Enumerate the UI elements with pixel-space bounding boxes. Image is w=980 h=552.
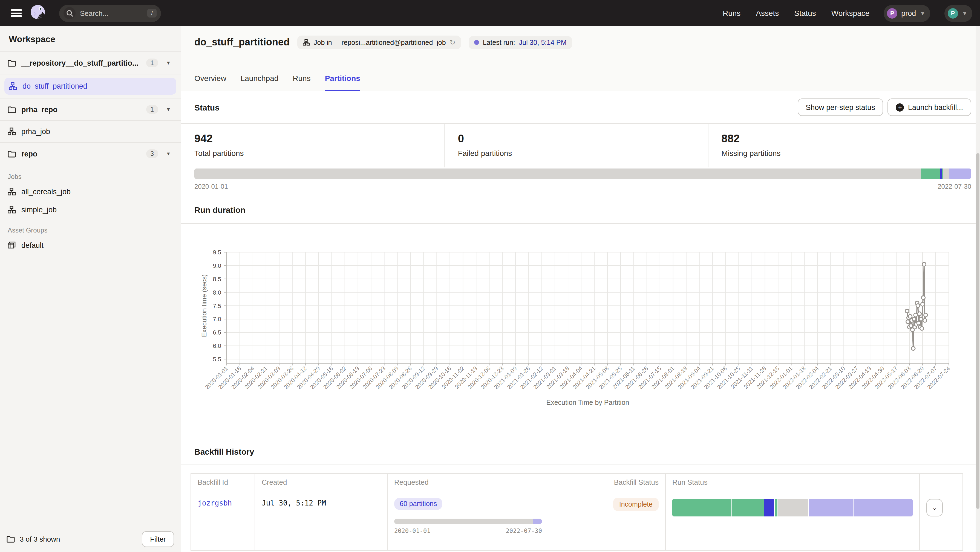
repo-count-badge: 3 — [146, 149, 158, 158]
sidebar-item-prha-job[interactable]: prha_job — [0, 122, 181, 141]
svg-text:9.5: 9.5 — [213, 249, 221, 256]
job-icon — [8, 127, 16, 136]
run-status-bar[interactable] — [672, 499, 913, 516]
nav-workspace[interactable]: Workspace — [831, 9, 870, 17]
chevron-down-icon[interactable]: ▼ — [164, 60, 173, 66]
repo-count-badge: 1 — [146, 105, 158, 114]
menu-icon[interactable] — [11, 9, 22, 17]
segment-queued — [809, 499, 853, 516]
sidebar-prha-job-wrap: prha_job — [0, 121, 181, 143]
segment-queued — [949, 168, 971, 179]
sidebar-selected-wrap: do_stuff_partitioned — [0, 75, 181, 98]
latest-run-tag: Latest run: Jul 30, 5:14 PM — [469, 36, 572, 49]
segment-missing — [778, 499, 808, 516]
sidebar-heading: Workspace — [0, 26, 181, 52]
chevron-down-icon[interactable]: ▼ — [164, 107, 173, 112]
segment-succeeded — [672, 499, 732, 516]
run-duration-chart[interactable]: 2020-01-012020-01-182020-02-042020-02-21… — [181, 224, 975, 415]
segment-in_progress — [940, 168, 942, 179]
stat-missing-partitions: 882 Missing partitions — [708, 124, 971, 167]
deployment-label: prod — [901, 9, 916, 17]
top-navigation-bar: Search... / Runs Assets Status Workspace… — [0, 0, 980, 26]
run-status-dot — [474, 40, 479, 45]
user-menu[interactable]: P ▼ — [944, 5, 972, 22]
sidebar-item-all-cereals-job[interactable]: all_cereals_job — [0, 183, 181, 201]
job-tabs: Overview Launchpad Runs Partitions — [194, 74, 967, 91]
chevron-down-icon: ⌄ — [932, 504, 937, 511]
sidebar-footer: 3 of 3 shown Filter — [0, 526, 181, 552]
job-label: simple_job — [21, 206, 57, 214]
svg-text:6.0: 6.0 — [213, 343, 221, 349]
folder-icon — [8, 59, 16, 67]
segment-succeeded — [921, 168, 940, 179]
backfill-history-heading: Backfill History — [194, 447, 971, 464]
svg-text:5.5: 5.5 — [213, 356, 221, 363]
asset-group-icon — [8, 241, 16, 249]
latest-run-link[interactable]: Jul 30, 5:14 PM — [519, 38, 566, 46]
range-end-date: 2022-07-30 — [506, 527, 542, 535]
svg-text:Execution time (secs): Execution time (secs) — [200, 274, 208, 337]
nav-assets[interactable]: Assets — [756, 9, 779, 17]
tab-overview[interactable]: Overview — [194, 74, 226, 91]
partitions-content: Status Show per-step status + Launch bac… — [181, 91, 980, 552]
partition-status-bar-wrap: 2020-01-01 2022-07-30 — [181, 167, 980, 190]
main-content: do_stuff_partitioned Job in __reposi...a… — [181, 26, 980, 552]
dagster-logo-icon[interactable] — [30, 5, 47, 22]
search-input[interactable]: Search... / — [59, 5, 161, 22]
tab-partitions[interactable]: Partitions — [325, 74, 360, 91]
job-icon — [303, 39, 310, 46]
backfill-id-link[interactable]: jozrgsbh — [198, 499, 232, 507]
plus-circle-icon: + — [896, 103, 904, 111]
stat-failed-partitions: 0 Failed partitions — [444, 124, 708, 167]
sidebar-repo-prha[interactable]: prha_repo 1 ▼ — [0, 98, 181, 121]
svg-text:7.5: 7.5 — [213, 303, 221, 309]
deployment-avatar: P — [887, 8, 897, 18]
job-tag-label: Job in __reposi...artitioned@partitioned… — [314, 38, 446, 46]
segment-queued — [854, 499, 913, 516]
requested-partitions-pill[interactable]: 60 partitions — [394, 498, 442, 510]
segment-missing — [194, 168, 921, 179]
job-icon — [8, 188, 16, 196]
asset-groups-section-label: Asset Groups — [0, 219, 181, 236]
launch-backfill-button[interactable]: + Launch backfill... — [888, 98, 971, 116]
filter-button[interactable]: Filter — [142, 531, 174, 547]
sidebar-repo-do-stuff[interactable]: __repository__do_stuff_partitio... 1 ▼ — [0, 52, 181, 75]
sidebar-repo-repo[interactable]: repo 3 ▼ — [0, 143, 181, 165]
search-placeholder: Search... — [80, 9, 147, 17]
col-expand — [920, 474, 963, 491]
job-label: do_stuff_partitioned — [22, 82, 88, 90]
expand-row-button[interactable]: ⌄ — [926, 499, 943, 516]
svg-text:Execution Time by Partition: Execution Time by Partition — [546, 398, 629, 406]
vertical-scrollbar[interactable] — [975, 26, 980, 552]
job-label: prha_job — [21, 127, 50, 136]
stat-total-partitions: 942 Total partitions — [194, 124, 444, 167]
tab-runs[interactable]: Runs — [293, 74, 310, 91]
folder-icon — [8, 106, 16, 113]
created-value: Jul 30, 5:12 PM — [262, 499, 326, 507]
latest-run-label: Latest run: — [483, 38, 515, 46]
tab-launchpad[interactable]: Launchpad — [240, 74, 279, 91]
job-label: all_cereals_job — [21, 188, 71, 196]
refresh-icon[interactable]: ↻ — [450, 38, 455, 46]
chevron-down-icon: ▼ — [920, 10, 925, 16]
bar-start-date: 2020-01-01 — [194, 183, 228, 190]
repo-count-badge: 1 — [146, 59, 158, 67]
sidebar-item-do-stuff-partitioned[interactable]: do_stuff_partitioned — [5, 78, 176, 95]
sidebar-item-default-asset-group[interactable]: default — [0, 236, 181, 254]
svg-text:8.5: 8.5 — [213, 276, 221, 282]
folder-icon — [8, 150, 16, 157]
col-run-status: Run Status — [666, 474, 920, 491]
job-tag[interactable]: Job in __reposi...artitioned@partitioned… — [297, 36, 461, 49]
nav-runs[interactable]: Runs — [723, 9, 740, 17]
chevron-down-icon[interactable]: ▼ — [164, 151, 173, 157]
backfill-history-table: Backfill Id Created Requested Backfill S… — [191, 473, 963, 551]
page-title: do_stuff_partitioned — [194, 36, 290, 48]
jobs-section-label: Jobs — [0, 165, 181, 183]
deployment-switcher[interactable]: P prod ▼ — [884, 5, 930, 22]
sidebar-item-simple-job[interactable]: simple_job — [0, 201, 181, 219]
segment-in_progress — [764, 499, 774, 516]
show-per-step-status-button[interactable]: Show per-step status — [797, 98, 883, 116]
scrollbar-thumb[interactable] — [976, 153, 980, 509]
partition-status-bar[interactable] — [194, 168, 971, 179]
nav-status[interactable]: Status — [794, 9, 816, 17]
